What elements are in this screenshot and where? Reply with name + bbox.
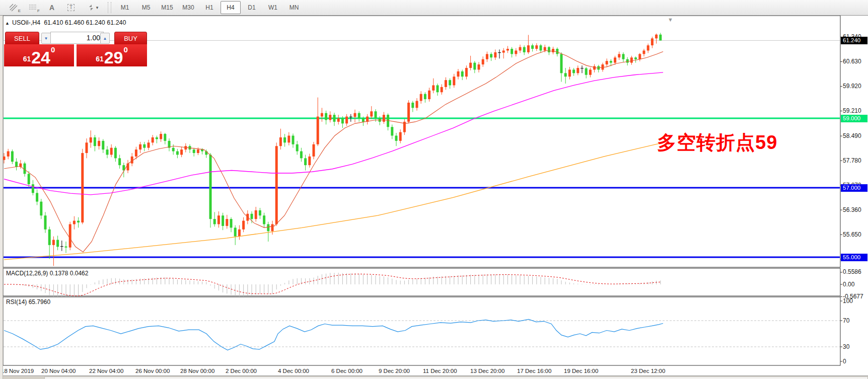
candle-body	[313, 144, 315, 157]
timeframe-button-mn[interactable]: MN	[284, 1, 304, 14]
candle-body	[69, 224, 71, 247]
candle-body	[449, 80, 451, 85]
timeframe-button-m5[interactable]: M5	[136, 1, 156, 14]
timeframe-button-h1[interactable]: H1	[199, 1, 220, 14]
candle-body	[507, 49, 509, 50]
candle-body	[135, 149, 137, 157]
candle-body	[251, 214, 253, 219]
hline-price-label: 59.000	[841, 115, 867, 122]
candle-body	[118, 158, 121, 165]
candle-body	[416, 101, 418, 108]
candle-body	[102, 141, 104, 149]
trading-app: E F A T ▾ M1 M5 M15 M30 H1 H4 D1 W1	[0, 0, 868, 379]
text-box-tool-button[interactable]: T	[62, 1, 80, 14]
sell-price-sup: 0	[51, 45, 55, 54]
candle-body	[164, 134, 166, 141]
price-tick-label: 59.920	[843, 83, 861, 90]
collapse-chart-icon[interactable]: ▲	[5, 21, 10, 26]
candle-body	[234, 228, 237, 236]
rsi-tick-label: 30	[843, 343, 849, 350]
timeframe-button-w1[interactable]: W1	[263, 1, 283, 14]
timeframe-button-m15[interactable]: M15	[157, 1, 177, 14]
candle-body	[515, 50, 517, 54]
candle-body	[40, 202, 42, 216]
timeframe-button-d1[interactable]: D1	[242, 1, 262, 14]
candle-body	[139, 144, 141, 149]
chart-shift-marker-icon[interactable]: ▼	[668, 17, 673, 23]
candle-body	[77, 221, 80, 222]
price-tick-label: 60.630	[843, 58, 861, 65]
volume-input[interactable]: 1.00	[50, 32, 104, 44]
timeframe-button-m30[interactable]: M30	[178, 1, 198, 14]
candle-body	[411, 103, 414, 108]
candle-body	[11, 151, 14, 162]
candle-body	[81, 153, 84, 222]
candle-body	[395, 136, 398, 141]
candle-body	[267, 224, 269, 231]
candle-body	[300, 151, 303, 159]
tool-badge: F	[37, 9, 40, 13]
candle-body	[585, 68, 588, 75]
candle-body	[176, 151, 179, 155]
timeframe-button-h4[interactable]: H4	[221, 1, 241, 14]
sell-quote-panel[interactable]: 61 24 0	[4, 44, 74, 66]
time-axis-label: 17 Dec 16:00	[517, 368, 551, 374]
candle-body	[296, 144, 299, 151]
chart-title: ▲USOil-,H4 61.410 61.460 61.240 61.240	[5, 19, 126, 26]
candle-body	[638, 54, 641, 59]
candle-body	[564, 73, 567, 77]
candle-body	[213, 219, 216, 224]
candle-body	[354, 113, 356, 117]
time-axis-label: 2 Dec 00:00	[226, 368, 257, 374]
hatch-pen-icon	[9, 4, 18, 12]
candle-body	[333, 115, 336, 122]
candle-body	[490, 54, 492, 57]
ohlc-readout: 61.410 61.460 61.240 61.240	[44, 19, 126, 26]
rsi-tick-label: 70	[843, 317, 849, 324]
draw-hatch-tool-button[interactable]: E	[5, 1, 23, 14]
candle-body	[48, 230, 51, 245]
candle-body	[424, 94, 426, 99]
candle-body	[437, 85, 439, 92]
candle-body	[626, 59, 629, 63]
candle-body	[383, 115, 385, 122]
candle-body	[238, 230, 241, 237]
volume-decrease-button[interactable]: ▼	[41, 33, 51, 44]
up-arrow-icon: ▲	[103, 36, 107, 41]
candle-body	[65, 247, 67, 248]
price-tick-label: 59.210	[843, 107, 861, 114]
candle-body	[110, 148, 113, 155]
buy-price-sup: 0	[124, 45, 128, 54]
volume-increase-button[interactable]: ▲	[100, 33, 110, 44]
candle-body	[325, 113, 327, 120]
candle-body	[544, 47, 546, 51]
candle-body	[94, 137, 96, 146]
horizontal-scrollbar[interactable]	[44, 376, 868, 379]
chart-window: ▲USOil-,H4 61.410 61.460 61.240 61.240 ▼…	[0, 15, 868, 379]
candle-body	[606, 61, 608, 64]
timeframe-button-m1[interactable]: M1	[115, 1, 135, 14]
arrows-style-tool-button[interactable]: ▾	[81, 1, 104, 14]
sell-button[interactable]: SELL	[5, 32, 39, 45]
text-label-tool-button[interactable]: A	[43, 1, 61, 14]
candle-body	[659, 35, 662, 41]
candle-body	[329, 115, 331, 120]
candle-body	[432, 85, 435, 90]
buy-button[interactable]: BUY	[114, 32, 147, 45]
sell-price-prefix: 61	[23, 55, 31, 63]
candle-body	[445, 80, 447, 87]
candle-body	[465, 68, 468, 77]
candle-body	[494, 52, 496, 57]
candle-body	[540, 45, 542, 50]
candle-body	[160, 134, 162, 139]
candle-body	[345, 117, 348, 124]
time-axis-label: 19 Dec 16:00	[564, 368, 598, 374]
candle-body	[622, 54, 625, 59]
candle-body	[473, 63, 476, 70]
candle-body	[56, 240, 59, 247]
grid-icon	[28, 4, 37, 12]
buy-quote-panel[interactable]: 61 29 0	[77, 44, 147, 66]
grid-tool-button[interactable]: F	[24, 1, 42, 14]
sell-price-big: 24	[31, 50, 50, 65]
candle-body	[193, 149, 195, 153]
